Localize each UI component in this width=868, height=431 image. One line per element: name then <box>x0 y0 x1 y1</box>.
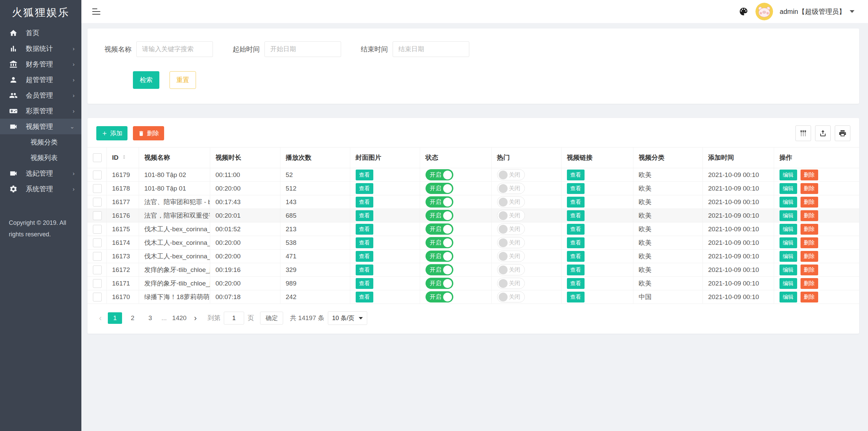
status-toggle-on[interactable]: 开启 <box>426 196 453 208</box>
sidebar-item-lottery[interactable]: 彩票管理› <box>0 103 81 119</box>
hot-toggle-off[interactable]: 关闭 <box>497 264 525 275</box>
export-icon[interactable] <box>815 125 831 141</box>
sidebar-item-home[interactable]: 首页 <box>0 25 81 41</box>
row-checkbox[interactable] <box>93 266 102 274</box>
page-number-2[interactable]: 2 <box>125 312 140 324</box>
cover-view-button[interactable]: 查看 <box>356 237 373 248</box>
hot-toggle-off[interactable]: 关闭 <box>497 291 525 302</box>
edit-button[interactable]: 编辑 <box>780 237 797 248</box>
page-number-1420[interactable]: 1420 <box>171 312 188 324</box>
row-checkbox[interactable] <box>93 198 102 207</box>
cover-view-button[interactable]: 查看 <box>356 210 373 221</box>
edit-button[interactable]: 编辑 <box>780 183 797 194</box>
status-toggle-on[interactable]: 开启 <box>426 223 453 235</box>
delete-button[interactable]: 删除 <box>801 210 818 221</box>
cover-view-button[interactable]: 查看 <box>356 197 373 208</box>
cover-view-button[interactable]: 查看 <box>356 170 373 180</box>
delete-button[interactable]: 删除 <box>801 278 818 289</box>
row-checkbox[interactable] <box>93 171 102 179</box>
row-checkbox[interactable] <box>93 279 102 288</box>
edit-button[interactable]: 编辑 <box>780 265 797 275</box>
sidebar-item-xuanfei[interactable]: 选妃管理› <box>0 165 81 181</box>
row-checkbox[interactable] <box>93 184 102 193</box>
add-button[interactable]: 添加 <box>96 126 127 140</box>
print-icon[interactable] <box>835 125 850 141</box>
link-view-button[interactable]: 查看 <box>567 183 585 194</box>
cover-view-button[interactable]: 查看 <box>356 265 373 275</box>
cover-view-button[interactable]: 查看 <box>356 224 373 235</box>
next-page-icon[interactable]: › <box>191 313 199 323</box>
page-number-3[interactable]: 3 <box>143 312 157 324</box>
delete-button[interactable]: 删除 <box>801 170 818 180</box>
edit-button[interactable]: 编辑 <box>780 292 797 302</box>
delete-button[interactable]: 删除 <box>801 292 818 302</box>
sidebar-item-stats[interactable]: 数据统计› <box>0 41 81 56</box>
status-toggle-on[interactable]: 开启 <box>426 278 453 289</box>
delete-button[interactable]: 删除 <box>801 237 818 248</box>
edit-button[interactable]: 编辑 <box>780 251 797 262</box>
edit-button[interactable]: 编辑 <box>780 210 797 221</box>
sort-icon[interactable] <box>121 154 127 161</box>
hot-toggle-off[interactable]: 关闭 <box>497 210 525 221</box>
row-checkbox[interactable] <box>93 238 102 247</box>
hot-toggle-off[interactable]: 关闭 <box>497 237 525 248</box>
sidebar-item-system[interactable]: 系统管理› <box>0 181 81 197</box>
hot-toggle-off[interactable]: 关闭 <box>497 251 525 262</box>
sidebar-subitem-video-list[interactable]: 视频列表 <box>0 150 81 165</box>
video-name-input[interactable] <box>136 41 213 57</box>
link-view-button[interactable]: 查看 <box>567 292 585 302</box>
edit-button[interactable]: 编辑 <box>780 278 797 289</box>
sidebar-item-video[interactable]: 视频管理⌄ <box>0 119 81 134</box>
start-date-input[interactable] <box>264 41 341 57</box>
edit-button[interactable]: 编辑 <box>780 197 797 208</box>
hot-toggle-off[interactable]: 关闭 <box>497 183 525 194</box>
select-all-checkbox[interactable] <box>93 153 102 162</box>
edit-button[interactable]: 编辑 <box>780 224 797 235</box>
status-toggle-on[interactable]: 开启 <box>426 183 453 194</box>
sidebar-item-finance[interactable]: 财务管理› <box>0 56 81 72</box>
delete-button[interactable]: 删除 <box>801 224 818 235</box>
page-size-select[interactable]: 10 条/页 <box>328 311 367 325</box>
link-view-button[interactable]: 查看 <box>567 251 585 262</box>
avatar[interactable] <box>755 3 773 20</box>
hamburger-menu-icon[interactable] <box>90 6 102 17</box>
link-view-button[interactable]: 查看 <box>567 210 585 221</box>
delete-selected-button[interactable]: 删除 <box>133 126 164 140</box>
link-view-button[interactable]: 查看 <box>567 237 585 248</box>
edit-button[interactable]: 编辑 <box>780 170 797 180</box>
hot-toggle-off[interactable]: 关闭 <box>497 196 525 208</box>
reset-button[interactable]: 重置 <box>170 71 196 89</box>
link-view-button[interactable]: 查看 <box>567 170 585 180</box>
status-toggle-on[interactable]: 开启 <box>426 169 453 180</box>
delete-button[interactable]: 删除 <box>801 265 818 275</box>
link-view-button[interactable]: 查看 <box>567 278 585 289</box>
status-toggle-on[interactable]: 开启 <box>426 237 453 248</box>
status-toggle-on[interactable]: 开启 <box>426 264 453 275</box>
link-view-button[interactable]: 查看 <box>567 265 585 275</box>
row-checkbox[interactable] <box>93 211 102 220</box>
delete-button[interactable]: 删除 <box>801 251 818 262</box>
sidebar-item-super-admin[interactable]: 超管管理› <box>0 72 81 87</box>
hot-toggle-off[interactable]: 关闭 <box>497 223 525 235</box>
delete-button[interactable]: 删除 <box>801 197 818 208</box>
row-checkbox[interactable] <box>93 293 102 301</box>
delete-button[interactable]: 删除 <box>801 183 818 194</box>
row-checkbox[interactable] <box>93 225 102 234</box>
link-view-button[interactable]: 查看 <box>567 224 585 235</box>
page-number-1[interactable]: 1 <box>108 312 122 324</box>
sidebar-subitem-video-category[interactable]: 视频分类 <box>0 134 81 150</box>
search-button[interactable]: 检索 <box>133 71 159 89</box>
row-checkbox[interactable] <box>93 252 102 261</box>
cover-view-button[interactable]: 查看 <box>356 251 373 262</box>
palette-icon[interactable] <box>738 6 749 17</box>
jump-page-input[interactable] <box>224 312 244 325</box>
cover-view-button[interactable]: 查看 <box>356 278 373 289</box>
cover-view-button[interactable]: 查看 <box>356 292 373 302</box>
admin-dropdown[interactable]: admin【超级管理员】 <box>780 7 854 16</box>
hot-toggle-off[interactable]: 关闭 <box>497 278 525 289</box>
link-view-button[interactable]: 查看 <box>567 197 585 208</box>
end-date-input[interactable] <box>393 41 469 57</box>
jump-confirm-button[interactable]: 确定 <box>260 312 283 325</box>
sidebar-item-members[interactable]: 会员管理› <box>0 87 81 103</box>
status-toggle-on[interactable]: 开启 <box>426 251 453 262</box>
